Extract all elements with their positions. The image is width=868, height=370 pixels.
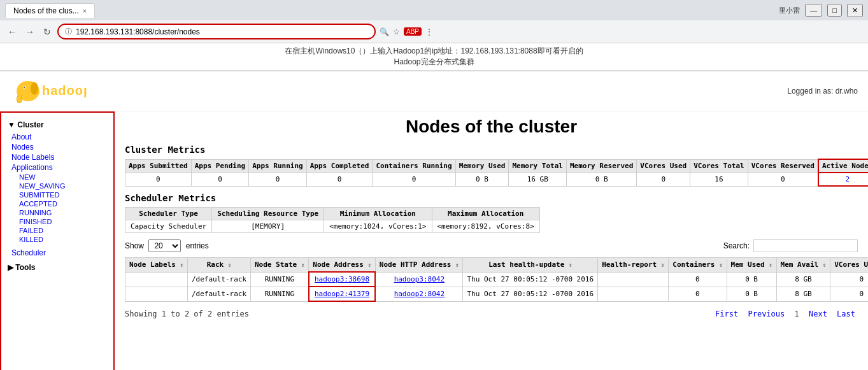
show-label: Show — [125, 241, 144, 250]
pagination-last[interactable]: Last — [837, 310, 855, 318]
table-cell: RUNNING — [251, 272, 309, 287]
sidebar-failed-link[interactable]: FAILED — [19, 226, 113, 235]
table-cell — [125, 287, 188, 301]
tab-title: Nodes of the clus... — [13, 6, 79, 15]
sidebar-scheduler-link[interactable]: Scheduler — [11, 248, 113, 258]
nodes-header-3[interactable]: Node Address ⇕ — [309, 258, 376, 273]
tab-close-btn[interactable]: × — [83, 7, 87, 15]
table-cell — [598, 272, 669, 287]
sidebar-sub: NEW NEW_SAVING SUBMITTED ACCEPTED RUNNIN… — [1, 173, 113, 244]
pagination-previous[interactable]: Previous — [748, 310, 785, 318]
window-user-label: 里小雷 — [779, 6, 800, 15]
nav-bar: ← → ↻ ⓘ 🔍 ☆ ABP ⋮ — [0, 20, 868, 43]
cm-header-0: Apps Submitted — [125, 159, 192, 173]
pagination-controls: First Previous 1 Next Last — [713, 310, 858, 318]
sidebar-nodes-link[interactable]: Nodes — [11, 142, 113, 152]
nodes-header-2[interactable]: Node State ⇕ — [251, 258, 309, 273]
sm-value-0: Capacity Scheduler — [125, 220, 212, 233]
pagination-next[interactable]: Next — [809, 310, 827, 318]
info-banner: 在宿主机Windows10（）上输入Hadoop1的ip地址：192.168.1… — [0, 43, 868, 71]
sort-arrow-0: ⇕ — [180, 262, 183, 268]
nodes-header-8[interactable]: Mem Used ⇕ — [727, 258, 776, 273]
table-cell: 0 — [830, 287, 868, 301]
node-http-link[interactable]: hadoop2:8042 — [394, 290, 445, 298]
browser-tab[interactable]: Nodes of the clus... × — [5, 3, 95, 18]
table-cell: hadoop2:8042 — [375, 287, 463, 301]
sidebar: ▼ Cluster About Nodes Node Labels Applic… — [0, 111, 115, 370]
entries-select[interactable]: 20 50 100 — [148, 239, 181, 252]
svg-text:hadoop: hadoop — [42, 83, 87, 97]
show-entries-left: Show 20 50 100 entries — [125, 239, 209, 252]
nodes-header-0[interactable]: Node Labels ⇕ — [125, 258, 188, 273]
table-cell: hadoop3:8042 — [375, 272, 463, 287]
sidebar-new-saving-link[interactable]: NEW_SAVING — [19, 181, 113, 190]
nodes-header-1[interactable]: Rack ⇕ — [187, 258, 250, 273]
forward-button[interactable]: → — [23, 25, 37, 38]
search-input[interactable] — [753, 239, 858, 252]
cm-value-1: 0 — [191, 173, 248, 186]
table-cell: /default-rack — [187, 272, 250, 287]
table-cell: RUNNING — [251, 287, 309, 301]
sidebar-accepted-link[interactable]: ACCEPTED — [19, 199, 113, 208]
node-address-link[interactable]: hadoop3:38698 — [315, 275, 369, 283]
nodes-header-7[interactable]: Containers ⇕ — [669, 258, 727, 273]
sidebar-killed-link[interactable]: KILLED — [19, 235, 113, 244]
cm-header-5: Memory Used — [455, 159, 509, 173]
sidebar-submitted-link[interactable]: SUBMITTED — [19, 190, 113, 199]
sidebar-running-link[interactable]: RUNNING — [19, 208, 113, 217]
table-cell: /default-rack — [187, 287, 250, 301]
sort-arrow-3: ⇕ — [367, 262, 371, 268]
refresh-button[interactable]: ↻ — [41, 25, 53, 38]
sort-arrow-4: ⇕ — [455, 262, 459, 268]
cm-value-9: 16 — [690, 173, 748, 186]
cm-header-9: VCores Total — [690, 159, 748, 173]
title-bar: Nodes of the clus... × 里小雷 — □ ✕ — [0, 0, 868, 20]
nodes-header-4[interactable]: Node HTTP Address ⇕ — [375, 258, 463, 273]
info-text-line2: Hadoop完全分布式集群 — [394, 57, 474, 66]
nodes-header-5[interactable]: Last health-update ⇕ — [463, 258, 598, 273]
sidebar-new-link[interactable]: NEW — [19, 173, 113, 181]
cm-value-10: 0 — [748, 173, 818, 186]
cluster-label: ▼ Cluster — [8, 120, 44, 129]
window-close-btn[interactable]: ✕ — [847, 4, 863, 17]
nodes-header-10[interactable]: VCores Used ⇕ — [830, 258, 868, 273]
window-minimize-btn[interactable]: — — [805, 4, 822, 17]
node-address-link[interactable]: hadoop2:41379 — [315, 290, 369, 298]
sidebar-node-labels-link[interactable]: Node Labels — [11, 152, 113, 162]
pagination-showing: Showing 1 to 2 of 2 entries — [125, 310, 249, 318]
search-label: Search: — [723, 241, 750, 250]
bookmark-icon[interactable]: ☆ — [393, 27, 400, 36]
cm-value-3: 0 — [306, 173, 373, 186]
page-title: Nodes of the cluster — [125, 117, 858, 137]
sm-header-2: Minimum Allocation — [324, 208, 432, 220]
nav-tools: 🔍 ☆ ABP ⋮ — [380, 27, 433, 36]
sidebar-tools[interactable]: ▶ Tools — [1, 258, 113, 277]
back-button[interactable]: ← — [5, 25, 19, 38]
sm-header-1: Scheduling Resource Type — [212, 208, 324, 220]
cluster-section[interactable]: ▼ Cluster — [1, 118, 113, 132]
url-input[interactable] — [76, 27, 368, 36]
sidebar-about-link[interactable]: About — [11, 132, 113, 142]
window-restore-btn[interactable]: □ — [827, 4, 842, 17]
cm-header-11: Active Nodes — [818, 159, 868, 173]
pagination-first[interactable]: First — [715, 310, 738, 318]
cm-value-5: 0 B — [455, 173, 509, 186]
search-icon[interactable]: 🔍 — [380, 27, 389, 36]
table-cell: 0 — [669, 287, 727, 301]
sidebar-finished-link[interactable]: FINISHED — [19, 217, 113, 226]
cluster-metrics-title: Cluster Metrics — [125, 145, 858, 155]
nodes-header-6[interactable]: Health-report ⇕ — [598, 258, 669, 273]
browser-chrome: Nodes of the clus... × 里小雷 — □ ✕ ← → ↻ ⓘ… — [0, 0, 868, 71]
hadoop-logo-svg: hadoop — [10, 76, 87, 106]
table-cell: 0 B — [727, 272, 776, 287]
sm-value-1: [MEMORY] — [212, 220, 324, 233]
menu-icon[interactable]: ⋮ — [425, 27, 433, 36]
nodes-header-9[interactable]: Mem Avail ⇕ — [776, 258, 830, 273]
adblock-icon[interactable]: ABP — [404, 27, 422, 36]
node-http-link[interactable]: hadoop3:8042 — [394, 275, 445, 283]
sidebar-applications-link[interactable]: Applications — [11, 162, 113, 173]
cm-value-8: 0 — [637, 173, 690, 186]
cm-value-4: 0 — [373, 173, 455, 186]
nodes-table: Node Labels ⇕Rack ⇕Node State ⇕Node Addr… — [125, 257, 868, 302]
scheduler-metrics-title: Scheduler Metrics — [125, 193, 858, 203]
